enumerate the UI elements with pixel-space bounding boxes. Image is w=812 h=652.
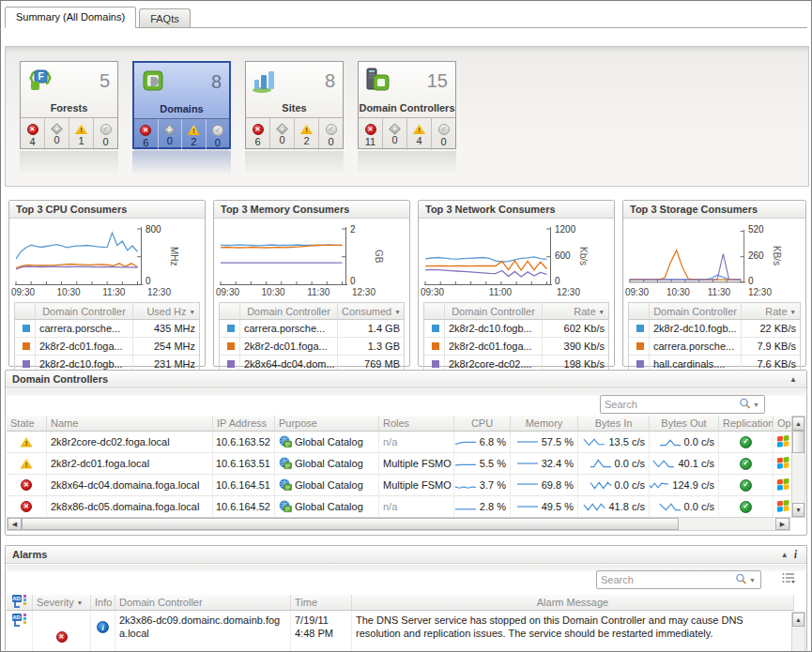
column-header-info[interactable]: Info xyxy=(91,595,115,611)
alarms-search-input[interactable] xyxy=(597,574,735,585)
sites-warning-count: 2 xyxy=(303,135,309,146)
consumer-name[interactable]: 2k8r2-dc01.foga... xyxy=(36,338,133,356)
table-customizer-icon[interactable] xyxy=(782,572,795,586)
column-header-state[interactable]: State xyxy=(7,416,47,432)
dc-warning-count: 4 xyxy=(416,135,421,146)
sites-normal-count: 0 xyxy=(328,136,333,147)
domains-warning-count: 2 xyxy=(191,136,196,147)
domain-controllers-count: 15 xyxy=(427,67,448,95)
series-swatch xyxy=(227,342,235,350)
collapse-panel-icon[interactable]: ▲ xyxy=(778,551,791,559)
tile-domains[interactable]: 8 Domains 6 0 2 0 xyxy=(132,61,231,149)
dc-name-cell[interactable]: 2k8r2-dc01.foga.local xyxy=(47,453,213,475)
column-header-cpu[interactable]: CPU xyxy=(454,416,511,432)
consumer-name[interactable]: 2k8r2-dc01.foga... xyxy=(445,338,543,356)
column-header-rate[interactable]: Rate xyxy=(742,303,800,320)
scroll-left-button[interactable] xyxy=(8,518,22,530)
collapse-panel-icon[interactable]: ▲ xyxy=(787,375,800,384)
panel-info-icon[interactable]: i xyxy=(791,548,800,562)
error-state-icon xyxy=(27,124,38,135)
sites-label: Sites xyxy=(246,100,343,115)
dc-search-box: ▼ xyxy=(600,395,765,414)
bytes-in-sparkline xyxy=(590,458,612,469)
column-header-replication[interactable]: Replication xyxy=(719,416,774,432)
column-header-bytes-out[interactable]: Bytes Out xyxy=(650,416,719,432)
scroll-thumb[interactable] xyxy=(792,431,804,453)
dc-vertical-scrollbar[interactable] xyxy=(791,416,805,518)
dc-name-cell[interactable]: 2k8r2core-dc02.foga.local xyxy=(47,432,213,453)
column-header-domain-controller[interactable]: Domain Controller xyxy=(240,303,338,320)
dc-memory-cell: 69.8 % xyxy=(511,475,578,496)
alarms-vertical-scrollbar[interactable] xyxy=(791,612,805,651)
memory-sparkline xyxy=(516,479,539,491)
alarm-info-cell[interactable] xyxy=(91,611,115,652)
consumer-name[interactable]: 2k8r2-dc10.fogb... xyxy=(650,320,742,338)
consumer-name[interactable]: carrera.porsche... xyxy=(36,320,133,338)
dc-search-input[interactable] xyxy=(601,399,739,410)
consumer-name[interactable]: carrera.porsche... xyxy=(650,338,742,356)
consumer-value: 7.9 KB/s xyxy=(742,338,800,356)
dc-cpu-cell: 5.5 % xyxy=(454,453,511,475)
column-header-name[interactable]: Name xyxy=(47,416,213,432)
tab-summary-all-domains[interactable]: Summary (All Domains) xyxy=(5,7,136,28)
column-header-domain-controller[interactable]: Domain Controller xyxy=(115,595,291,611)
state-icon xyxy=(21,437,33,447)
state-icon xyxy=(21,459,33,469)
column-header-alarm-message[interactable]: Alarm Message xyxy=(352,595,794,611)
dc-bytes-in-cell: 41.8 c/s xyxy=(578,496,650,518)
alarm-severity-cell[interactable] xyxy=(33,611,91,652)
dc-bytes-in-cell: 13.5 c/s xyxy=(578,432,650,453)
global-catalog-icon xyxy=(279,435,292,448)
dc-state-cell[interactable] xyxy=(7,496,47,518)
column-header-domain-controller[interactable]: Domain Controller xyxy=(650,303,742,320)
search-options-caret-icon[interactable]: ▼ xyxy=(747,577,760,584)
column-header-used-hz[interactable]: Used Hz xyxy=(133,303,199,320)
domains-error-count: 6 xyxy=(143,137,148,148)
column-header-time[interactable]: Time xyxy=(291,595,352,611)
tile-forests[interactable]: F 5 Forests 4 0 1 0 xyxy=(20,61,118,149)
column-header-alarm-type[interactable]: AD xyxy=(7,595,33,611)
dc-state-cell[interactable] xyxy=(7,432,47,453)
scroll-down-button[interactable] xyxy=(792,503,804,517)
column-header-ip[interactable]: IP Address xyxy=(213,416,275,432)
alarm-message-cell: The DNS Server service has stopped on th… xyxy=(352,611,794,652)
dc-ip-cell: 10.6.163.52 xyxy=(213,432,275,453)
consumer-name[interactable]: carrera.porsche... xyxy=(240,320,338,338)
search-icon[interactable] xyxy=(735,573,747,587)
windows-icon xyxy=(777,457,789,471)
dc-replication-cell xyxy=(719,432,774,453)
dc-state-cell[interactable] xyxy=(7,453,47,475)
warning-state-icon xyxy=(188,125,200,135)
column-header-purpose[interactable]: Purpose xyxy=(275,416,379,432)
search-options-caret-icon[interactable]: ▼ xyxy=(751,402,764,408)
column-header-rate[interactable]: Rate xyxy=(543,303,608,320)
dc-roles-cell: n/a xyxy=(379,432,454,453)
tile-unit-forests: F 5 Forests 4 0 1 0 xyxy=(20,61,120,175)
dc-name-cell[interactable]: 2k8x86-dc05.domaina.foga.local xyxy=(47,496,213,518)
series-swatch xyxy=(636,360,644,368)
consumer-name[interactable]: 2k8r2-dc10.fogb... xyxy=(445,320,543,338)
scroll-up-button[interactable] xyxy=(792,613,804,627)
domain-controllers-label: Domain Controllers xyxy=(359,100,455,115)
scroll-thumb[interactable] xyxy=(22,518,679,530)
cpu-consumers-chart xyxy=(15,226,143,286)
column-header-domain-controller[interactable]: Domain Controller xyxy=(36,303,133,320)
column-header-roles[interactable]: Roles xyxy=(379,416,454,432)
column-header-bytes-in[interactable]: Bytes In xyxy=(578,416,650,432)
column-header-memory[interactable]: Memory xyxy=(511,416,578,432)
tile-sites[interactable]: 8 Sites 6 0 2 0 xyxy=(245,61,344,149)
column-header-consumed[interactable]: Consumed xyxy=(338,303,404,320)
dc-name-cell[interactable]: 2k8x64-dc04.domaina.foga.local xyxy=(47,475,213,496)
column-header-domain-controller[interactable]: Domain Controller xyxy=(445,303,543,320)
dc-horizontal-scrollbar[interactable] xyxy=(7,517,790,531)
column-header-severity[interactable]: Severity xyxy=(33,595,91,611)
consumer-name[interactable]: 2k8r2-dc01.foga... xyxy=(240,338,338,356)
scroll-up-button[interactable] xyxy=(792,417,804,431)
tile-domain-controllers[interactable]: 15 Domain Controllers 11 0 4 0 xyxy=(358,61,456,149)
tab-faqts[interactable]: FAQts xyxy=(139,8,191,27)
scroll-right-button[interactable] xyxy=(775,518,789,530)
search-icon[interactable] xyxy=(739,398,751,412)
dc-state-cell[interactable] xyxy=(7,475,47,496)
alarm-dc-cell[interactable]: 2k3x86-dc09.domainc.domainb.foga.local xyxy=(115,611,291,652)
dc-roles-cell: Multiple FSMO xyxy=(379,475,454,496)
